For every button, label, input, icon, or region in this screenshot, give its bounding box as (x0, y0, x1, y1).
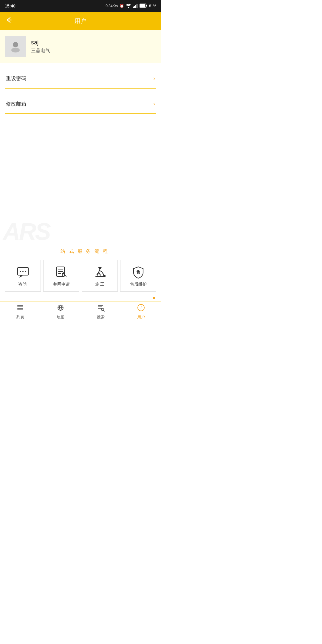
bottom-nav: 列表 地图 搜索 i (0, 301, 161, 322)
user-nav-icon: i (137, 304, 145, 313)
service-label-construction: 施 工 (95, 282, 105, 287)
list-icon (16, 304, 24, 313)
service-title: 一 站 式 服 务 流 程 (0, 248, 161, 255)
nav-item-search[interactable]: 搜索 (80, 301, 121, 322)
nav-item-map[interactable]: 地图 (40, 301, 80, 322)
service-label-after-sales: 售后维护 (130, 282, 147, 287)
nav-label-list: 列表 (16, 315, 24, 320)
service-grid: 咨 询 并网申请 (0, 260, 161, 292)
menu-list: 重设密码 › 修改邮箱 › (0, 63, 161, 120)
svg-rect-18 (17, 306, 23, 307)
wifi-icon (126, 4, 131, 9)
menu-label-reset-password: 重设密码 (6, 75, 26, 82)
network-speed: 0.84K/s (106, 4, 118, 8)
profile-username: saj (31, 39, 50, 46)
svg-rect-22 (98, 305, 103, 306)
search-icon (97, 304, 105, 313)
back-button[interactable] (5, 16, 13, 26)
svg-rect-19 (17, 308, 23, 309)
svg-point-8 (11, 48, 20, 52)
svg-rect-3 (137, 4, 137, 8)
menu-divider-2 (5, 113, 156, 114)
nav-item-list[interactable]: 列表 (0, 301, 40, 322)
status-bar: 15:40 0.84K/s ⏰ 81% (0, 0, 161, 12)
nav-item-user[interactable]: i 用户 (121, 301, 161, 322)
svg-rect-0 (133, 7, 134, 8)
main-content: saj 三晶电气 重设密码 › 修改邮箱 › ARS 一 站 式 服 务 流 程 (0, 30, 161, 301)
service-item-after-sales[interactable]: 售 售后维护 (120, 260, 156, 292)
menu-item-change-email[interactable]: 修改邮箱 › (0, 95, 161, 113)
nav-label-search: 搜索 (97, 315, 105, 320)
signal-icon (133, 4, 138, 9)
svg-rect-17 (17, 305, 23, 306)
status-time: 15:40 (5, 4, 16, 8)
profile-company: 三晶电气 (31, 48, 50, 54)
clock-icon: ⏰ (120, 4, 124, 8)
map-icon (57, 304, 64, 313)
svg-rect-1 (134, 6, 135, 8)
service-item-grid-apply[interactable]: 并网申请 (43, 260, 79, 292)
chevron-right-icon: › (153, 75, 155, 82)
nav-label-user: 用户 (137, 315, 145, 320)
menu-label-change-email: 修改邮箱 (6, 100, 26, 107)
avatar (5, 36, 26, 57)
menu-item-reset-password[interactable]: 重设密码 › (0, 69, 161, 88)
service-section: 一 站 式 服 务 流 程 咨 询 (0, 242, 161, 295)
svg-rect-20 (17, 309, 23, 310)
svg-point-12 (25, 271, 26, 272)
header-title: 用户 (75, 17, 86, 25)
profile-info: saj 三晶电气 (31, 39, 50, 54)
svg-point-11 (22, 271, 24, 272)
svg-rect-5 (146, 5, 147, 7)
svg-text:i: i (140, 306, 142, 309)
battery-percent: 81% (149, 4, 156, 8)
watermark-area: ARS (0, 120, 161, 242)
svg-text:售: 售 (136, 270, 140, 275)
svg-point-7 (13, 42, 18, 47)
service-item-consult[interactable]: 咨 询 (5, 260, 41, 292)
service-label-consult: 咨 询 (18, 282, 28, 287)
chevron-right-icon-2: › (153, 101, 155, 107)
svg-rect-23 (98, 306, 102, 307)
status-right: 0.84K/s ⏰ 81% (106, 4, 156, 9)
service-item-construction[interactable]: 施 工 (82, 260, 118, 292)
page-indicator (0, 295, 161, 301)
svg-point-10 (20, 271, 21, 272)
profile-section: saj 三晶电气 (0, 30, 161, 63)
battery-icon (140, 4, 147, 9)
svg-rect-6 (140, 4, 145, 7)
watermark: ARS (3, 218, 50, 242)
dot-active (153, 297, 155, 299)
svg-rect-2 (135, 5, 136, 8)
header: 用户 (0, 12, 161, 30)
service-label-grid-apply: 并网申请 (53, 282, 70, 287)
nav-label-map: 地图 (57, 315, 64, 320)
